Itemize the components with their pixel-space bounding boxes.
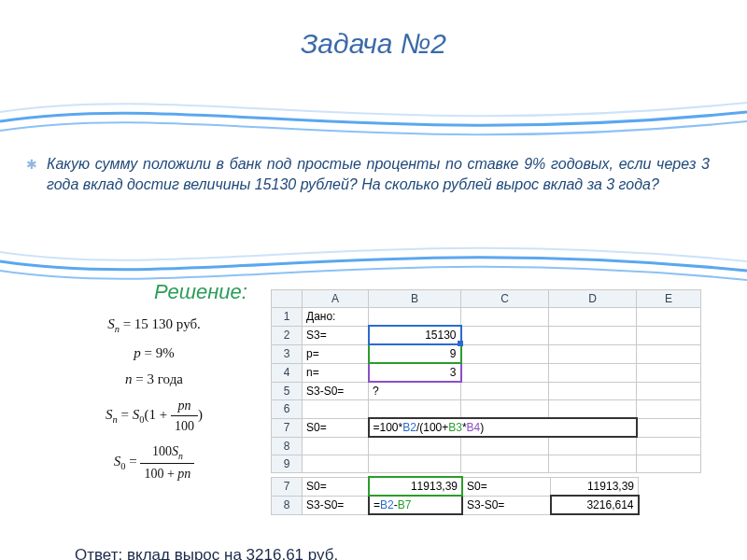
rownum: 9 bbox=[272, 455, 303, 473]
cell: S0= bbox=[303, 477, 370, 496]
rownum: 8 bbox=[272, 437, 303, 455]
cell-B7v: 11913,39 bbox=[369, 477, 462, 496]
math-formulas: Sn = 15 130 руб. p = 9% n = 3 года Sn = … bbox=[65, 308, 243, 489]
cell-D8: 3216,614 bbox=[551, 496, 639, 514]
rownum: 2 bbox=[272, 326, 303, 344]
cell: p= bbox=[303, 344, 369, 363]
cell-B4: 3 bbox=[369, 363, 461, 382]
decorative-wave-bottom bbox=[0, 233, 747, 289]
rownum: 8 bbox=[272, 496, 303, 514]
rownum: 1 bbox=[272, 308, 303, 327]
rownum: 6 bbox=[272, 400, 303, 419]
slide-title: Задача №2 bbox=[0, 28, 747, 60]
cell-B7-formula: =100*B2/(100+B3*B4) bbox=[369, 418, 637, 437]
col-A: A bbox=[303, 290, 369, 308]
problem-text: Какую сумму положили в банк под простые … bbox=[47, 154, 710, 194]
cell: S0= bbox=[303, 418, 369, 437]
rownum: 4 bbox=[272, 363, 303, 382]
spreadsheet-top: A B C D E 1 Дано: 2 S3= 15130 3 p= 9 4 n… bbox=[271, 289, 701, 473]
col-B: B bbox=[369, 290, 461, 308]
decorative-wave-top bbox=[0, 93, 747, 149]
solution-label: Решение: bbox=[154, 280, 247, 304]
cell-B2: 15130 bbox=[369, 326, 461, 344]
col-E: E bbox=[637, 290, 701, 308]
cell: S3-S0= bbox=[462, 496, 551, 514]
cell: S3-S0= bbox=[303, 382, 369, 400]
cell: Дано: bbox=[303, 308, 369, 327]
grid1: A B C D E 1 Дано: 2 S3= 15130 3 p= 9 4 n… bbox=[271, 289, 701, 473]
rownum: 7 bbox=[272, 418, 303, 437]
rownum: 3 bbox=[272, 344, 303, 363]
grid-corner bbox=[272, 290, 303, 308]
cell-D7: 11913,39 bbox=[551, 477, 639, 496]
cell-B8-formula: =B2-B7 bbox=[369, 496, 462, 514]
col-D: D bbox=[549, 290, 637, 308]
bullet-icon: ✱ bbox=[26, 157, 37, 172]
cell: n= bbox=[303, 363, 369, 382]
cell: S3-S0= bbox=[303, 496, 370, 514]
col-C: C bbox=[461, 290, 549, 308]
rownum: 7 bbox=[272, 477, 303, 496]
rownum: 5 bbox=[272, 382, 303, 400]
cell: S3= bbox=[303, 326, 369, 344]
cell: S0= bbox=[462, 477, 551, 496]
cell: ? bbox=[369, 382, 461, 400]
spreadsheet-bottom: 7 S0= 11913,39 S0= 11913,39 8 S3-S0= =B2… bbox=[271, 476, 640, 515]
grid2: 7 S0= 11913,39 S0= 11913,39 8 S3-S0= =B2… bbox=[271, 476, 640, 515]
answer-text: Ответ: вклад вырос на 3216,61 руб. bbox=[75, 546, 338, 560]
cell-B3: 9 bbox=[369, 344, 461, 363]
